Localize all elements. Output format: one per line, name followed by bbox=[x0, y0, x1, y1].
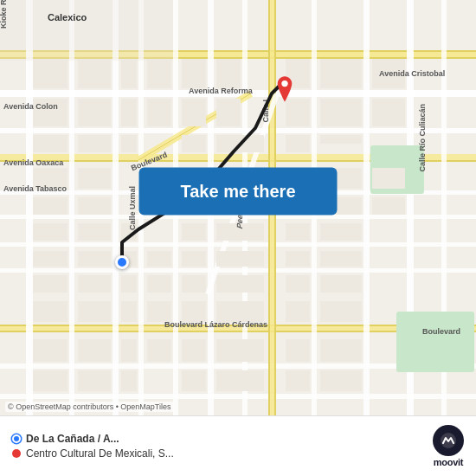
moovit-text: moovit bbox=[434, 457, 463, 467]
map-attribution: © OpenStreetMap contributors • OpenMapTi… bbox=[5, 402, 174, 412]
svg-rect-35 bbox=[396, 312, 474, 372]
route-origin-dot bbox=[12, 434, 21, 443]
svg-rect-89 bbox=[286, 251, 310, 267]
svg-rect-38 bbox=[78, 59, 111, 88]
svg-rect-36 bbox=[0, 0, 173, 61]
svg-rect-84 bbox=[78, 251, 111, 267]
svg-rect-110 bbox=[147, 339, 171, 362]
svg-rect-120 bbox=[286, 370, 310, 391]
svg-rect-60 bbox=[286, 135, 310, 152]
svg-rect-56 bbox=[78, 135, 111, 152]
svg-rect-62 bbox=[33, 168, 68, 189]
svg-rect-76 bbox=[33, 223, 68, 241]
route-dest-dot bbox=[12, 449, 21, 458]
svg-point-122 bbox=[281, 80, 287, 87]
svg-rect-45 bbox=[372, 59, 405, 88]
svg-rect-112 bbox=[216, 339, 264, 362]
svg-rect-79 bbox=[182, 223, 206, 241]
svg-rect-80 bbox=[216, 223, 264, 241]
svg-rect-83 bbox=[33, 251, 68, 267]
svg-rect-17 bbox=[26, 0, 33, 415]
svg-rect-106 bbox=[320, 301, 362, 322]
svg-rect-77 bbox=[78, 223, 111, 241]
svg-rect-70 bbox=[78, 197, 111, 215]
svg-rect-99 bbox=[33, 301, 68, 322]
svg-rect-90 bbox=[320, 251, 362, 267]
svg-rect-61 bbox=[320, 135, 362, 144]
svg-rect-105 bbox=[286, 301, 310, 322]
svg-rect-78 bbox=[121, 223, 137, 241]
svg-rect-69 bbox=[33, 197, 68, 215]
take-me-there-button[interactable]: Take me there bbox=[138, 167, 337, 215]
svg-rect-48 bbox=[121, 99, 137, 126]
destination-pin bbox=[275, 76, 294, 106]
svg-rect-118 bbox=[182, 370, 206, 391]
svg-rect-103 bbox=[182, 301, 206, 322]
svg-rect-100 bbox=[78, 301, 111, 322]
svg-rect-97 bbox=[286, 275, 310, 293]
svg-rect-50 bbox=[182, 99, 206, 126]
bottom-bar: De La Cañada / A... Centro Cultural De M… bbox=[0, 415, 476, 476]
route-from-label: De La Cañada / A... bbox=[26, 433, 119, 445]
svg-rect-54 bbox=[372, 99, 405, 126]
svg-rect-114 bbox=[320, 339, 362, 362]
map-container: Calexico Kioke Road Avenida Reforma Aven… bbox=[0, 0, 476, 415]
svg-rect-96 bbox=[216, 275, 264, 293]
svg-rect-37 bbox=[33, 59, 68, 88]
svg-rect-113 bbox=[286, 339, 310, 362]
svg-rect-104 bbox=[216, 301, 264, 322]
moovit-brand: moovit bbox=[433, 425, 464, 467]
svg-rect-93 bbox=[121, 275, 137, 293]
svg-rect-119 bbox=[216, 370, 264, 391]
svg-rect-58 bbox=[182, 135, 206, 152]
svg-rect-28 bbox=[363, 0, 370, 415]
svg-rect-42 bbox=[216, 59, 241, 88]
svg-rect-92 bbox=[78, 275, 111, 293]
moovit-circle-icon bbox=[433, 425, 464, 456]
svg-rect-86 bbox=[147, 251, 171, 267]
svg-rect-49 bbox=[147, 99, 171, 126]
svg-rect-121 bbox=[320, 370, 362, 391]
svg-rect-53 bbox=[320, 99, 362, 126]
svg-rect-59 bbox=[216, 135, 264, 152]
svg-rect-107 bbox=[33, 339, 68, 362]
svg-rect-63 bbox=[78, 168, 111, 189]
svg-rect-19 bbox=[113, 0, 119, 415]
svg-rect-98 bbox=[320, 275, 362, 293]
svg-rect-88 bbox=[216, 251, 264, 267]
svg-rect-47 bbox=[78, 99, 111, 126]
svg-rect-51 bbox=[216, 99, 241, 126]
svg-rect-55 bbox=[33, 135, 68, 152]
svg-rect-57 bbox=[121, 135, 137, 152]
svg-rect-39 bbox=[121, 59, 137, 88]
svg-rect-117 bbox=[121, 370, 137, 391]
svg-rect-40 bbox=[147, 59, 171, 88]
svg-rect-109 bbox=[121, 339, 137, 362]
svg-rect-81 bbox=[286, 223, 310, 241]
svg-rect-116 bbox=[78, 370, 111, 391]
svg-rect-75 bbox=[372, 197, 405, 215]
svg-rect-94 bbox=[147, 275, 171, 293]
origin-pin bbox=[115, 255, 129, 269]
svg-rect-87 bbox=[182, 251, 206, 267]
svg-rect-91 bbox=[33, 275, 68, 293]
svg-rect-68 bbox=[372, 168, 405, 189]
svg-rect-101 bbox=[121, 301, 137, 322]
svg-rect-115 bbox=[33, 370, 68, 391]
svg-rect-18 bbox=[69, 0, 74, 415]
svg-rect-82 bbox=[320, 223, 362, 241]
svg-rect-95 bbox=[182, 275, 206, 293]
svg-rect-108 bbox=[78, 339, 111, 362]
svg-rect-44 bbox=[320, 59, 362, 88]
route-info: De La Cañada / A... Centro Cultural De M… bbox=[12, 433, 174, 460]
svg-rect-46 bbox=[33, 99, 68, 126]
route-to-label: Centro Cultural De Mexicali, S... bbox=[26, 447, 174, 460]
svg-rect-102 bbox=[147, 301, 171, 322]
svg-rect-41 bbox=[182, 59, 206, 88]
svg-rect-111 bbox=[182, 339, 206, 362]
